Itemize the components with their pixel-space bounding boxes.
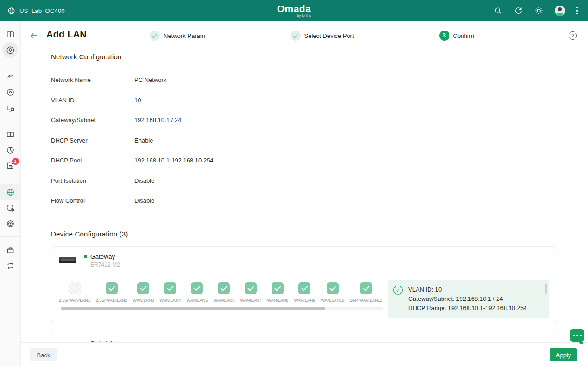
port-checkbox[interactable] xyxy=(106,282,118,294)
monitor-lock-icon[interactable] xyxy=(0,100,21,116)
pie-chart-icon[interactable] xyxy=(0,142,21,158)
sidebar-divider xyxy=(0,179,21,179)
network-configuration-title: Network Configuration xyxy=(51,53,588,61)
port-cell: 2.5G WAN/LAN1 xyxy=(56,280,93,303)
refresh-icon[interactable] xyxy=(514,6,523,15)
omada-controller-app: US_Lab_OC400 Omada by tp-link xyxy=(0,0,588,367)
port-checkbox[interactable] xyxy=(69,282,81,294)
device-name: Gateway xyxy=(90,253,115,260)
step-connector xyxy=(358,36,436,36)
port-checkbox[interactable] xyxy=(298,282,310,294)
scrollbar-thumb[interactable] xyxy=(545,284,547,294)
wizard-stepper: Network Param Select Device Port 3 Confi… xyxy=(150,31,474,41)
logo-subtext: by tp-link xyxy=(277,14,311,18)
ports-strip: 2.5G WAN/LAN1 2.5G WAN/LAN2 WAN/LAN3 xyxy=(56,280,388,310)
back-button[interactable]: Back xyxy=(30,348,57,361)
config-row-dhcp-server: DHCP Server Enable xyxy=(51,131,588,151)
panel-layout-icon[interactable] xyxy=(0,26,21,42)
logo-text: Omada xyxy=(277,3,311,14)
step-number-badge: 3 xyxy=(439,31,449,41)
step-label-select-device-port: Select Device Port xyxy=(304,32,354,39)
config-value: 192.168.10.1-192.168.10.254 xyxy=(134,157,214,164)
scrollbar-thumb[interactable] xyxy=(61,307,325,310)
port-label: 2.5G WAN/LAN1 xyxy=(59,298,90,303)
config-value: Disable xyxy=(134,177,154,184)
topbar-actions xyxy=(493,6,588,16)
step-connector xyxy=(209,36,287,36)
port-cell: WAN/LAN10 xyxy=(318,280,347,303)
location-pin-icon[interactable] xyxy=(0,42,21,58)
port-checkbox[interactable] xyxy=(164,282,176,294)
document-alert-icon[interactable]: 1 xyxy=(0,158,21,174)
port-cell: WAN/LAN9 xyxy=(291,280,318,303)
globe-icon[interactable] xyxy=(0,184,21,200)
omada-logo: Omada by tp-link xyxy=(277,4,311,18)
port-cell: WAN/LAN5 xyxy=(183,280,210,303)
site-selector[interactable]: US_Lab_OC400 xyxy=(0,6,139,15)
user-avatar[interactable] xyxy=(555,6,565,16)
port-checkbox[interactable] xyxy=(245,282,257,294)
port-checkbox[interactable] xyxy=(137,282,149,294)
port-cell: WAN/LAN4 xyxy=(157,280,183,303)
search-icon[interactable] xyxy=(493,6,503,15)
config-row-network-name: Network Name PC Network xyxy=(51,70,588,90)
device-body: 2.5G WAN/LAN1 2.5G WAN/LAN2 WAN/LAN3 xyxy=(51,274,556,323)
device-card-gateway: Gateway ER7412-M2 2.5G WAN/LAN1 xyxy=(51,246,556,323)
config-row-gateway-subnet: Gateway/Subnet 192.168.10.1 / 24 xyxy=(51,110,588,131)
topbar: US_Lab_OC400 Omada by tp-link xyxy=(0,0,588,21)
briefcase-icon[interactable] xyxy=(0,242,21,258)
config-label: Network Name xyxy=(51,76,134,83)
config-label: Port Isolation xyxy=(51,177,134,184)
kebab-menu-icon[interactable] xyxy=(576,7,578,15)
open-book-icon[interactable] xyxy=(0,126,21,142)
config-label: DHCP Server xyxy=(51,137,134,144)
chat-bubble-icon[interactable] xyxy=(570,329,584,342)
sidebar-divider xyxy=(0,63,21,63)
port-cell: WAN/LAN6 xyxy=(210,280,237,303)
theme-sun-icon[interactable] xyxy=(534,6,544,15)
port-label: 2.5G WAN/LAN2 xyxy=(96,298,127,303)
back-arrow-icon[interactable] xyxy=(29,31,38,40)
summary-gateway-subnet: Gateway/Subnet: 192.168.10.1 / 24 xyxy=(408,294,527,304)
signal-gauge-icon[interactable] xyxy=(0,68,21,84)
device-header: Gateway ER7412-M2 xyxy=(51,247,556,274)
step-label-network-param: Network Param xyxy=(164,32,205,39)
globe-icon xyxy=(6,6,16,15)
port-label: SFP WAN/LAN11 xyxy=(350,298,382,303)
summary-dhcp-range: DHCP Range: 192.168.10.1-192.168.10.254 xyxy=(408,304,527,313)
config-value: 192.168.10.1 / 24 xyxy=(134,117,181,124)
port-checkbox[interactable] xyxy=(327,282,339,294)
target-circle-icon[interactable] xyxy=(0,84,21,100)
config-row-vlan-id: VLAN ID 10 xyxy=(51,90,588,111)
port-cell: SFP WAN/LAN11 xyxy=(347,280,385,303)
apply-button[interactable]: Apply xyxy=(550,348,577,361)
gateway-device-image xyxy=(59,257,76,263)
page-header: Add LAN Network Param Select Device Port… xyxy=(21,21,588,50)
help-icon[interactable]: ? xyxy=(569,31,577,40)
config-label: Flow Control xyxy=(51,197,134,204)
sidebar-nav: 1 xyxy=(0,21,21,367)
step-done-icon xyxy=(291,31,301,41)
port-checkbox[interactable] xyxy=(360,282,372,294)
concentric-circles-icon[interactable] xyxy=(0,216,21,231)
port-checkbox[interactable] xyxy=(272,282,284,294)
port-label: WAN/LAN10 xyxy=(321,298,344,303)
gear-circle-icon[interactable] xyxy=(0,200,21,216)
wizard-footer: Back Apply xyxy=(21,342,588,367)
horizontal-scrollbar xyxy=(61,307,383,310)
config-row-flow-control: Flow Control Disable xyxy=(51,191,588,211)
sidebar-divider xyxy=(0,236,21,237)
port-label: WAN/LAN4 xyxy=(160,298,181,303)
port-cell: 2.5G WAN/LAN2 xyxy=(93,280,130,303)
config-value: 10 xyxy=(134,97,141,104)
sync-arrows-icon[interactable] xyxy=(0,258,21,274)
section-divider xyxy=(51,218,556,218)
port-label: WAN/LAN3 xyxy=(133,298,154,303)
device-configuration-title: Device Configuration (3) xyxy=(51,230,588,238)
port-checkbox[interactable] xyxy=(191,282,203,294)
vlan-summary-box: VLAN ID: 10 Gateway/Subnet: 192.168.10.1… xyxy=(388,280,549,318)
port-checkbox[interactable] xyxy=(218,282,230,294)
port-list: 2.5G WAN/LAN1 2.5G WAN/LAN2 WAN/LAN3 xyxy=(56,280,388,303)
port-label: WAN/LAN7 xyxy=(240,298,262,303)
status-dot-connected xyxy=(84,255,87,258)
